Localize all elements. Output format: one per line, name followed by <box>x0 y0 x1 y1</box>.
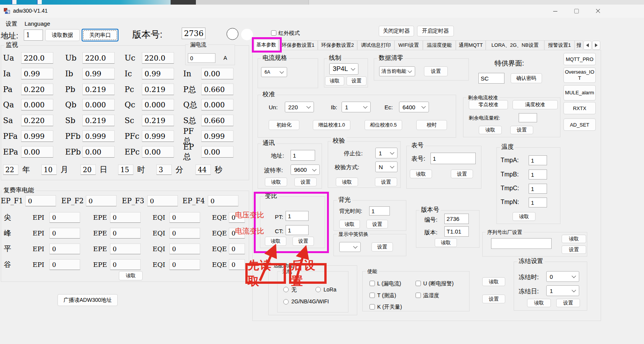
residual-set-button[interactable]: 设置 <box>510 126 533 134</box>
value-field[interactable]: 0 <box>208 195 238 206</box>
lang-switch-set-button[interactable]: 设置 <box>371 242 393 252</box>
tab-alarm-settings1[interactable]: 报警设置1 <box>544 40 575 50</box>
desktop-icon[interactable] <box>12 0 16 4</box>
value-field[interactable]: 0.99 <box>82 68 115 79</box>
value-field[interactable]: 220.0 <box>142 52 174 64</box>
value-field[interactable]: 0 <box>169 228 200 239</box>
mule-alarm-button[interactable]: MULE_alarm <box>564 85 596 100</box>
value-field[interactable]: 0 <box>49 259 80 270</box>
value-field[interactable]: 0.219 <box>82 115 115 126</box>
read-data-button[interactable]: 读取数据 <box>45 29 80 41</box>
stop-bit-combobox[interactable]: 1 <box>375 148 398 158</box>
value-field[interactable]: 0 <box>169 212 200 223</box>
meter-no-read-button[interactable]: 读取 <box>410 170 432 178</box>
close-serial-button[interactable]: 关闭串口 <box>82 29 118 41</box>
value-field[interactable]: 0.999 <box>142 130 174 142</box>
wiring-combobox[interactable]: 3P4L <box>329 63 358 75</box>
value-field[interactable]: 0.219 <box>82 84 115 95</box>
meter-no-input[interactable]: 1 <box>430 153 476 164</box>
un-combobox[interactable]: 220 <box>285 102 314 112</box>
value-field[interactable]: 0.000 <box>21 99 53 110</box>
enable-temp-measure-checkbox[interactable] <box>370 293 375 298</box>
freeze-set-button[interactable]: 设置 <box>556 299 580 307</box>
enable-switch-checkbox[interactable] <box>370 304 375 309</box>
value-field[interactable]: 0.660 <box>201 84 233 95</box>
value-field[interactable]: 0 <box>49 228 80 239</box>
meter-no-set-button[interactable]: 设置 <box>451 170 473 178</box>
value-field[interactable]: 0.00 <box>201 146 233 158</box>
value-field[interactable]: 0.220 <box>21 84 53 95</box>
serial-read-button[interactable]: 读取 <box>562 235 586 243</box>
freeze-hour-combobox[interactable]: 0 <box>546 271 579 282</box>
comm-baud-combobox[interactable]: 9600 <box>291 165 320 175</box>
tab-env-params2[interactable]: 环保参数设置2 <box>318 40 357 50</box>
backlight-set-button[interactable]: 设置 <box>366 220 388 229</box>
menu-language[interactable]: Language <box>25 20 50 27</box>
version-no-field[interactable]: 2736 <box>444 214 469 224</box>
close-timer-button[interactable]: 关闭定时器 <box>379 26 414 36</box>
value-field[interactable]: 0.219 <box>142 84 174 95</box>
value-field[interactable]: 0 <box>49 212 80 223</box>
value-field[interactable]: 0 <box>110 228 141 239</box>
residual-read-button[interactable]: 读取 <box>479 126 502 134</box>
value-field[interactable]: 0.660 <box>201 115 233 126</box>
ib-combobox[interactable]: 1 <box>342 102 371 112</box>
tab-lora-2g-nb[interactable]: LORA、2G、NB设置 <box>486 40 544 50</box>
value-field[interactable]: 0 <box>110 212 141 223</box>
backlight-read-button[interactable]: 读取 <box>339 220 360 229</box>
phase-cal-button[interactable]: 相位校准0.5 <box>365 120 402 130</box>
value-field[interactable]: 0.220 <box>21 115 53 126</box>
value-field[interactable]: 0.00 <box>142 146 174 158</box>
tab-scroll-left-button[interactable] <box>583 41 591 50</box>
tab-wifi-settings[interactable]: WIFI设置 <box>394 40 423 50</box>
temperature-read-button[interactable]: 读取 <box>513 212 536 221</box>
parity-read-button[interactable]: 读取 <box>336 178 358 186</box>
minimize-button[interactable] <box>546 5 564 18</box>
confirm-password-button[interactable]: 确认密码 <box>511 73 542 83</box>
enable-temp-humidity-checkbox[interactable] <box>416 293 421 298</box>
value-field[interactable]: 0.99 <box>21 68 53 79</box>
hour-field[interactable]: 15 <box>118 165 133 175</box>
open-timer-button[interactable]: 开启定时器 <box>417 26 454 36</box>
value-field[interactable]: 0 <box>229 244 245 254</box>
value-field[interactable]: 0.219 <box>142 115 174 126</box>
second-field[interactable]: 44 <box>196 165 211 175</box>
freeze-read-button[interactable]: 读取 <box>527 299 551 307</box>
freeze-day-combobox[interactable]: 1 <box>546 285 579 296</box>
month-field[interactable]: 10 <box>41 165 57 175</box>
serial-input[interactable] <box>491 238 552 249</box>
value-field[interactable]: 0 <box>169 259 200 270</box>
value-field[interactable]: 0 <box>229 259 245 270</box>
value-field[interactable]: 0.99 <box>142 68 174 79</box>
mqtt-pro-button[interactable]: MQTT_PRO <box>564 53 596 65</box>
parity-mode-combobox[interactable]: N <box>375 161 398 172</box>
tab-scroll-right-button[interactable] <box>592 41 600 50</box>
value-field[interactable]: 220.0 <box>82 52 115 64</box>
value-field[interactable]: 0.000 <box>201 99 233 110</box>
radio-none[interactable] <box>283 287 289 292</box>
enable-set-button[interactable]: 设置 <box>482 295 505 303</box>
comm-read-button[interactable]: 读取 <box>265 178 287 186</box>
value-field[interactable]: 0 <box>49 244 80 254</box>
value-field[interactable]: 0 <box>147 195 178 206</box>
value-field[interactable]: 0 <box>110 259 141 270</box>
parity-set-button[interactable]: 设置 <box>375 178 397 186</box>
value-field[interactable]: 0 <box>86 195 117 206</box>
tariff-read-button[interactable]: 读取 <box>119 271 143 280</box>
ad-set-button[interactable]: AD_SET <box>564 119 596 131</box>
time-cal-button[interactable]: 校时 <box>416 120 447 130</box>
broadcast-read-button[interactable]: 广播读ADW300地址 <box>58 294 118 306</box>
value-field[interactable]: 0 <box>25 195 56 206</box>
close-button[interactable] <box>589 5 607 18</box>
backlight-time-input[interactable]: 1 <box>369 206 390 216</box>
tmpb-field[interactable]: 1 <box>529 170 547 179</box>
value-field[interactable]: 0 <box>110 244 141 254</box>
current-spec-combobox[interactable]: 6A <box>261 67 287 77</box>
enable-power-off-alarm-checkbox[interactable] <box>416 281 421 286</box>
gain-cal-button[interactable]: 增益校准1.0 <box>313 120 350 130</box>
version-ver-field[interactable]: T1.01 <box>444 226 469 237</box>
tab-general-mqtt[interactable]: 通用MQTT <box>456 40 486 50</box>
tmpn-field[interactable]: 1 <box>529 198 547 207</box>
tmpa-field[interactable]: 1 <box>529 155 547 165</box>
value-field[interactable]: 0.00 <box>201 68 233 79</box>
